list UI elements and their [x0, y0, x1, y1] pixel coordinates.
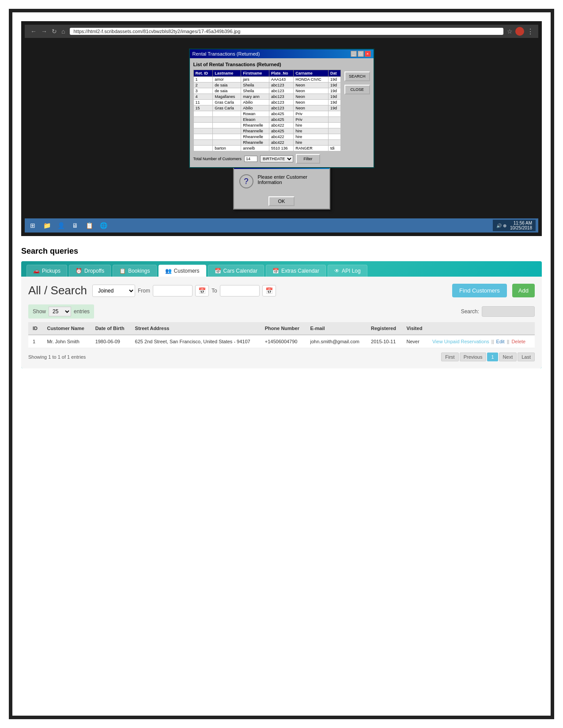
- previous-page-btn[interactable]: Previous: [460, 353, 487, 361]
- col-firstname: Firstname: [241, 70, 269, 77]
- table-row: 3de saiaSheilaabc123Neon19d: [193, 88, 340, 94]
- from-date-input[interactable]: [153, 285, 193, 296]
- table-row: 15Gras CarlaAbilioabc123Neon19d: [193, 105, 340, 111]
- joined-filter-select[interactable]: Joined Registered Visited: [92, 285, 135, 297]
- col-header-phone: Phone Number: [261, 322, 306, 335]
- people-icon[interactable]: 👤: [56, 220, 66, 231]
- browser-content: Rental Transactions (Returned) _ □ × Lis…: [25, 40, 538, 214]
- address-bar[interactable]: https://html2-f.scribdassets.com/81cvbwz…: [70, 28, 503, 35]
- clipboard-icon[interactable]: 📋: [84, 220, 94, 231]
- edit-customer-link[interactable]: Edit: [496, 339, 505, 344]
- from-calendar-icon[interactable]: 📅: [195, 285, 209, 296]
- col-header-id: ID: [28, 322, 42, 335]
- start-icon[interactable]: ⊞: [27, 220, 38, 231]
- close-button[interactable]: CLOSE: [344, 85, 370, 94]
- minimize-btn[interactable]: _: [351, 51, 357, 57]
- api-log-icon: 👁: [334, 268, 340, 274]
- table-header-row: ID Customer Name Date of Birth Street Ad…: [28, 322, 535, 335]
- show-entries-control: Show 25 10 50 100 entries: [28, 304, 94, 319]
- menu-icon[interactable]: ⋮: [527, 27, 534, 36]
- tab-pickups[interactable]: 🚗 Pickups: [26, 265, 67, 277]
- dialog-ok-button[interactable]: OK: [268, 196, 295, 206]
- customer-name: Mr. John Smith: [42, 335, 91, 348]
- table-footer: Showing 1 to 1 of 1 entries First Previo…: [28, 353, 535, 361]
- tab-extras-calendar[interactable]: 📅 Extras Calendar: [266, 265, 326, 277]
- col-ret-id: Ret. ID: [193, 70, 213, 77]
- maximize-btn[interactable]: □: [358, 51, 364, 57]
- chrome-icon[interactable]: 🌐: [98, 220, 109, 231]
- customer-registered: 2015-10-11: [367, 335, 402, 348]
- col-dat: Dat: [328, 70, 340, 77]
- computer-icon[interactable]: 🖥: [70, 220, 80, 231]
- bookmark-icon[interactable]: ☆: [507, 28, 513, 35]
- explorer-icon[interactable]: 📁: [42, 220, 52, 231]
- tab-dropoffs[interactable]: ⏰ Dropoffs: [69, 265, 111, 277]
- search-queries-section: Search queries 🚗 Pickups ⏰ Dropoffs 📋 Bo…: [21, 247, 542, 368]
- filter-btn[interactable]: Filter: [296, 154, 320, 164]
- table-row: Eleaonabc425Priv: [193, 117, 340, 123]
- search-button[interactable]: SEARCH: [344, 71, 370, 81]
- app-body: List of Rental Transactions (Returned) R…: [190, 58, 374, 167]
- customer-phone: +14506004790: [261, 335, 306, 348]
- entries-per-page-select[interactable]: 25 10 50 100: [49, 307, 71, 316]
- customer-id: 1: [28, 335, 42, 348]
- search-header: All / Search Joined Registered Visited F…: [28, 284, 535, 297]
- tab-api-log-label: API Log: [342, 268, 361, 274]
- pickup-icon: 🚗: [33, 268, 40, 274]
- outer-border: ← → ↻ ⌂ https://html2-f.scribdassets.com…: [9, 9, 554, 719]
- user-icon: [515, 27, 524, 36]
- app-subtitle: List of Rental Transactions (Returned): [193, 62, 370, 67]
- footer-count-input[interactable]: [244, 156, 257, 162]
- close-btn-win[interactable]: ×: [365, 51, 371, 57]
- next-page-btn[interactable]: Next: [499, 353, 517, 361]
- col-header-name: Customer Name: [42, 322, 91, 335]
- footer-select[interactable]: BIRTHDATE: [260, 155, 293, 162]
- dialog-message: Please enter Customer Information: [258, 174, 324, 185]
- search-label: Search:: [461, 308, 479, 315]
- clock-time: 11:56 AM: [510, 221, 532, 225]
- to-calendar-icon[interactable]: 📅: [262, 285, 276, 296]
- view-unpaid-link[interactable]: View Unpaid Reservations: [432, 339, 489, 344]
- last-page-btn[interactable]: Last: [518, 353, 535, 361]
- customer-address: 625 2nd Street, San Francisco, United St…: [131, 335, 261, 348]
- col-header-email: E-mail: [306, 322, 367, 335]
- customers-icon: 👥: [165, 268, 172, 274]
- add-customer-button[interactable]: Add: [512, 284, 535, 297]
- table-controls: Show 25 10 50 100 entries Search:: [28, 304, 535, 319]
- tab-extras-cal-label: Extras Calendar: [281, 268, 319, 274]
- tab-customers[interactable]: 👥 Customers: [159, 265, 206, 277]
- page-1-btn[interactable]: 1: [487, 353, 498, 361]
- to-date-input[interactable]: [220, 285, 260, 296]
- tab-cars-calendar[interactable]: 📅 Cars Calendar: [208, 265, 264, 277]
- customer-visited: Never: [402, 335, 427, 348]
- find-customers-button[interactable]: Find Customers: [452, 284, 507, 297]
- dialog-body: ? Please enter Customer Information: [234, 169, 329, 194]
- customers-table: ID Customer Name Date of Birth Street Ad…: [28, 322, 535, 348]
- table-row: Rowanabc425Priv: [193, 111, 340, 117]
- tab-pickups-label: Pickups: [42, 268, 60, 274]
- refresh-btn[interactable]: ↻: [50, 28, 58, 35]
- to-label: To: [212, 288, 217, 294]
- customer-email: john.smith@gmail.com: [306, 335, 367, 348]
- col-header-visited: Visited: [402, 322, 427, 335]
- table-search-input[interactable]: [482, 306, 535, 317]
- home-btn[interactable]: ⌂: [60, 28, 66, 35]
- showing-entries-text: Showing 1 to 1 of 1 entries: [28, 354, 86, 360]
- table-row: Rheannelleabc425hire: [193, 128, 340, 134]
- table-row: 2de saiaSheilaabc123Neon19d: [193, 83, 340, 88]
- delete-customer-link[interactable]: Delete: [511, 339, 525, 344]
- col-header-address: Street Address: [131, 322, 261, 335]
- first-page-btn[interactable]: First: [441, 353, 458, 361]
- forward-btn[interactable]: →: [40, 28, 49, 35]
- search-box-area: Search:: [461, 306, 535, 317]
- table-row: bartonannelb5510 136RANGERtdi: [193, 146, 340, 151]
- tab-bookings[interactable]: 📋 Bookings: [113, 265, 156, 277]
- rental-table: Ret. ID Lastname Firstname Plate_No Carn…: [193, 70, 341, 151]
- tab-cars-cal-label: Cars Calendar: [223, 268, 257, 274]
- entries-label: entries: [74, 308, 90, 315]
- tab-api-log[interactable]: 👁 API Log: [328, 265, 367, 277]
- back-btn[interactable]: ←: [29, 28, 38, 35]
- browser-screenshot: ← → ↻ ⌂ https://html2-f.scribdassets.com…: [21, 21, 542, 236]
- footer-label: Total Number of Customers: [193, 157, 242, 161]
- taskbar-left: ⊞ 📁 👤 🖥 📋 🌐: [27, 220, 109, 231]
